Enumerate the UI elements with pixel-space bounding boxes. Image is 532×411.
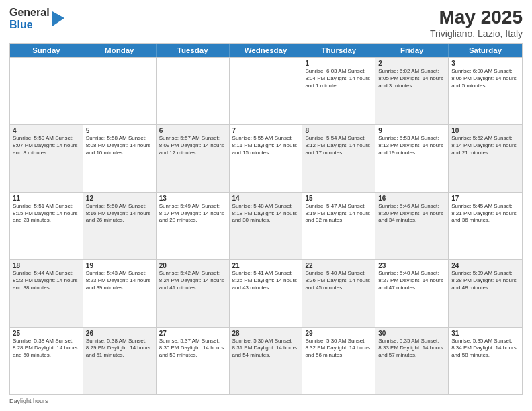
calendar-cell: 11Sunrise: 5:51 AM Sunset: 8:15 PM Dayli…: [10, 193, 83, 259]
calendar-cell: 8Sunrise: 5:54 AM Sunset: 8:12 PM Daylig…: [302, 125, 375, 191]
day-info: Sunrise: 5:40 AM Sunset: 8:26 PM Dayligh…: [305, 270, 372, 291]
calendar-cell: [10, 58, 83, 124]
calendar-cell: 16Sunrise: 5:46 AM Sunset: 8:20 PM Dayli…: [375, 193, 449, 259]
calendar-week-row: 11Sunrise: 5:51 AM Sunset: 8:15 PM Dayli…: [10, 192, 522, 259]
calendar-cell: 17Sunrise: 5:45 AM Sunset: 8:21 PM Dayli…: [449, 193, 522, 259]
day-info: Sunrise: 5:43 AM Sunset: 8:23 PM Dayligh…: [86, 270, 153, 291]
day-info: Sunrise: 6:00 AM Sunset: 8:06 PM Dayligh…: [451, 68, 519, 89]
day-info: Sunrise: 5:59 AM Sunset: 8:07 PM Dayligh…: [13, 135, 80, 156]
day-number: 13: [159, 195, 226, 202]
calendar-cell: 20Sunrise: 5:42 AM Sunset: 8:24 PM Dayli…: [157, 260, 230, 326]
day-info: Sunrise: 5:36 AM Sunset: 8:31 PM Dayligh…: [232, 338, 300, 359]
day-number: 31: [451, 330, 519, 337]
main-title: May 2025: [430, 7, 523, 28]
calendar-cell: 30Sunrise: 5:35 AM Sunset: 8:33 PM Dayli…: [375, 328, 449, 394]
logo-blue: Blue: [9, 19, 50, 31]
calendar-cell: 28Sunrise: 5:36 AM Sunset: 8:31 PM Dayli…: [230, 328, 303, 394]
day-number: 22: [305, 262, 372, 269]
svg-marker-0: [52, 11, 64, 26]
calendar-body: 1Sunrise: 6:03 AM Sunset: 8:04 PM Daylig…: [10, 57, 522, 394]
day-info: Sunrise: 5:55 AM Sunset: 8:11 PM Dayligh…: [232, 135, 300, 156]
calendar-cell: [83, 58, 157, 124]
day-info: Sunrise: 5:44 AM Sunset: 8:22 PM Dayligh…: [13, 270, 80, 291]
day-info: Sunrise: 5:47 AM Sunset: 8:19 PM Dayligh…: [305, 203, 372, 224]
page: General Blue May 2025 Trivigliano, Lazio…: [0, 0, 532, 411]
calendar-cell: 29Sunrise: 5:36 AM Sunset: 8:32 PM Dayli…: [302, 328, 375, 394]
calendar-cell: 15Sunrise: 5:47 AM Sunset: 8:19 PM Dayli…: [302, 193, 375, 259]
calendar-week-row: 25Sunrise: 5:38 AM Sunset: 8:28 PM Dayli…: [10, 327, 522, 394]
calendar-cell: 23Sunrise: 5:40 AM Sunset: 8:27 PM Dayli…: [375, 260, 449, 326]
day-number: 28: [232, 330, 300, 337]
day-info: Sunrise: 5:51 AM Sunset: 8:15 PM Dayligh…: [13, 203, 80, 224]
day-info: Sunrise: 5:49 AM Sunset: 8:17 PM Dayligh…: [159, 203, 226, 224]
calendar-cell: 7Sunrise: 5:55 AM Sunset: 8:11 PM Daylig…: [230, 125, 303, 191]
calendar-cell: 3Sunrise: 6:00 AM Sunset: 8:06 PM Daylig…: [449, 58, 522, 124]
day-info: Sunrise: 5:37 AM Sunset: 8:30 PM Dayligh…: [159, 338, 226, 359]
day-info: Sunrise: 5:45 AM Sunset: 8:21 PM Dayligh…: [451, 203, 519, 224]
day-number: 12: [86, 195, 153, 202]
day-info: Sunrise: 5:46 AM Sunset: 8:20 PM Dayligh…: [378, 203, 445, 224]
calendar-cell: 2Sunrise: 6:02 AM Sunset: 8:05 PM Daylig…: [375, 58, 449, 124]
day-info: Sunrise: 6:02 AM Sunset: 8:05 PM Dayligh…: [378, 68, 445, 89]
calendar: SundayMondayTuesdayWednesdayThursdayFrid…: [9, 43, 523, 395]
calendar-header-cell: Sunday: [10, 44, 83, 57]
day-info: Sunrise: 5:40 AM Sunset: 8:27 PM Dayligh…: [378, 270, 445, 291]
calendar-cell: 12Sunrise: 5:50 AM Sunset: 8:16 PM Dayli…: [83, 193, 157, 259]
calendar-header-cell: Friday: [375, 44, 449, 57]
day-number: 3: [451, 60, 519, 67]
day-number: 14: [232, 195, 300, 202]
day-info: Sunrise: 6:03 AM Sunset: 8:04 PM Dayligh…: [305, 68, 372, 89]
calendar-header-cell: Thursday: [302, 44, 375, 57]
logo-text: General Blue: [9, 7, 50, 30]
calendar-cell: 4Sunrise: 5:59 AM Sunset: 8:07 PM Daylig…: [10, 125, 83, 191]
day-number: 15: [305, 195, 372, 202]
day-number: 8: [305, 127, 372, 134]
calendar-cell: 13Sunrise: 5:49 AM Sunset: 8:17 PM Dayli…: [157, 193, 230, 259]
day-number: 2: [378, 60, 445, 67]
day-number: 25: [13, 330, 80, 337]
logo-general: General: [9, 7, 50, 19]
calendar-cell: 31Sunrise: 5:35 AM Sunset: 8:34 PM Dayli…: [449, 328, 522, 394]
subtitle: Trivigliano, Lazio, Italy: [430, 28, 523, 39]
day-number: 7: [232, 127, 300, 134]
calendar-cell: 22Sunrise: 5:40 AM Sunset: 8:26 PM Dayli…: [302, 260, 375, 326]
day-info: Sunrise: 5:38 AM Sunset: 8:28 PM Dayligh…: [13, 338, 80, 359]
day-number: 1: [305, 60, 372, 67]
day-number: 6: [159, 127, 226, 134]
calendar-week-row: 4Sunrise: 5:59 AM Sunset: 8:07 PM Daylig…: [10, 124, 522, 191]
day-number: 23: [378, 262, 445, 269]
calendar-cell: 27Sunrise: 5:37 AM Sunset: 8:30 PM Dayli…: [157, 328, 230, 394]
day-info: Sunrise: 5:54 AM Sunset: 8:12 PM Dayligh…: [305, 135, 372, 156]
day-info: Sunrise: 5:50 AM Sunset: 8:16 PM Dayligh…: [86, 203, 153, 224]
calendar-cell: 24Sunrise: 5:39 AM Sunset: 8:28 PM Dayli…: [449, 260, 522, 326]
calendar-header-cell: Wednesday: [230, 44, 303, 57]
header: General Blue May 2025 Trivigliano, Lazio…: [9, 7, 523, 39]
calendar-header-cell: Monday: [83, 44, 157, 57]
logo: General Blue: [9, 7, 64, 30]
day-number: 19: [86, 262, 153, 269]
day-number: 5: [86, 127, 153, 134]
day-info: Sunrise: 5:41 AM Sunset: 8:25 PM Dayligh…: [232, 270, 300, 291]
day-number: 21: [232, 262, 300, 269]
day-info: Sunrise: 5:39 AM Sunset: 8:28 PM Dayligh…: [451, 270, 519, 291]
calendar-week-row: 1Sunrise: 6:03 AM Sunset: 8:04 PM Daylig…: [10, 57, 522, 124]
calendar-cell: 9Sunrise: 5:53 AM Sunset: 8:13 PM Daylig…: [375, 125, 449, 191]
day-info: Sunrise: 5:36 AM Sunset: 8:32 PM Dayligh…: [305, 338, 372, 359]
day-number: 11: [13, 195, 80, 202]
day-number: 10: [451, 127, 519, 134]
day-number: 9: [378, 127, 445, 134]
day-info: Sunrise: 5:53 AM Sunset: 8:13 PM Dayligh…: [378, 135, 445, 156]
day-number: 17: [451, 195, 519, 202]
day-number: 29: [305, 330, 372, 337]
calendar-header-cell: Tuesday: [157, 44, 230, 57]
day-info: Sunrise: 5:52 AM Sunset: 8:14 PM Dayligh…: [451, 135, 519, 156]
day-number: 30: [378, 330, 445, 337]
calendar-cell: 5Sunrise: 5:58 AM Sunset: 8:08 PM Daylig…: [83, 125, 157, 191]
day-info: Sunrise: 5:58 AM Sunset: 8:08 PM Dayligh…: [86, 135, 153, 156]
day-number: 24: [451, 262, 519, 269]
day-info: Sunrise: 5:35 AM Sunset: 8:33 PM Dayligh…: [378, 338, 445, 359]
calendar-cell: 6Sunrise: 5:57 AM Sunset: 8:09 PM Daylig…: [157, 125, 230, 191]
day-info: Sunrise: 5:38 AM Sunset: 8:29 PM Dayligh…: [86, 338, 153, 359]
day-info: Sunrise: 5:48 AM Sunset: 8:18 PM Dayligh…: [232, 203, 300, 224]
title-block: May 2025 Trivigliano, Lazio, Italy: [430, 7, 523, 39]
